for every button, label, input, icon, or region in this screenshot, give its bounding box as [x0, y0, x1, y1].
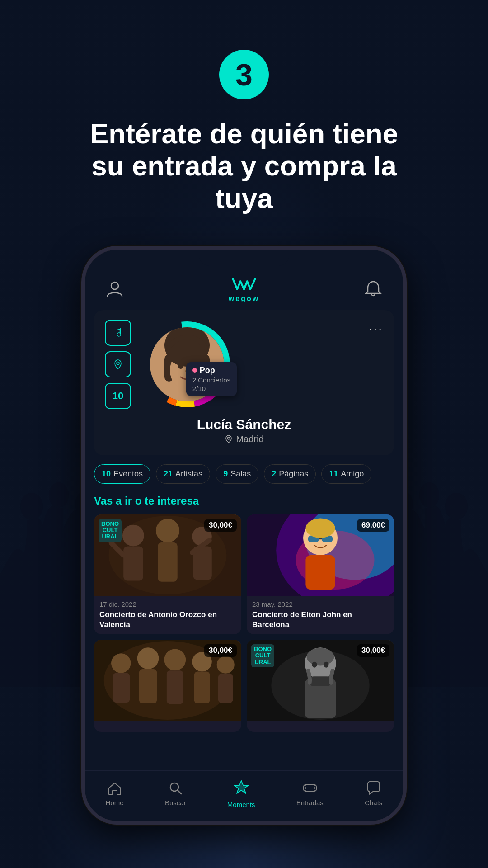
profile-location: Madrid [105, 434, 383, 444]
event-info-2: 23 may. 2022 Concierto de Elton John en … [247, 596, 394, 634]
nav-search-label: Buscar [165, 799, 186, 807]
nav-tickets-label: Entradas [296, 799, 324, 807]
bottom-nav: Home Buscar Moments [85, 770, 403, 821]
svg-rect-67 [310, 676, 331, 686]
svg-point-68 [307, 648, 334, 665]
nav-tickets[interactable]: Entradas [296, 780, 324, 807]
wegow-logo: wegow [229, 275, 259, 303]
pop-genre-tooltip: Pop 2 Conciertos 2/10 [186, 362, 237, 396]
home-icon [107, 780, 123, 796]
svg-point-53 [111, 653, 131, 673]
svg-rect-62 [218, 674, 233, 703]
event-card-4[interactable]: BONOCULTURAL 30,00€ [247, 640, 394, 732]
price-badge-2: 69,00€ [357, 519, 389, 532]
svg-point-49 [305, 518, 335, 538]
nav-moments[interactable]: Moments [227, 778, 255, 808]
svg-point-30 [228, 437, 230, 439]
svg-rect-73 [304, 785, 316, 791]
tab-eventos[interactable]: 10 Eventos [94, 464, 150, 484]
price-badge-4: 30,00€ [357, 644, 389, 657]
tab-paginas[interactable]: 2 Páginas [264, 464, 316, 484]
location-icon-box [105, 351, 131, 377]
event-card-1[interactable]: BONOCULTURAL 30,00€ 17 dic. 2022 Concier… [94, 514, 241, 634]
price-badge-3: 30,00€ [204, 644, 237, 657]
nav-chats[interactable]: Chats [365, 780, 382, 807]
tab-artistas[interactable]: 21 Artistas [156, 464, 210, 484]
event-date-1: 17 dic. 2022 [99, 600, 236, 608]
search-icon [167, 780, 183, 796]
location-pin-icon [224, 434, 233, 443]
event-info-3 [94, 721, 241, 732]
svg-point-57 [164, 649, 186, 671]
event-image-2: 69,00€ [247, 514, 394, 596]
step-number: 3 [235, 57, 253, 92]
nav-chats-label: Chats [365, 799, 382, 807]
svg-point-61 [217, 656, 235, 674]
event-info-1: 17 dic. 2022 Concierto de Antonio Orozco… [94, 596, 241, 634]
pop-genre-label: Pop [200, 366, 215, 375]
headline: Entérate de quién tiene su entrada y com… [59, 118, 429, 214]
number-icon-box: 10 [105, 383, 131, 409]
user-avatar[interactable]: Pop 2 Conciertos 2/10 [142, 319, 232, 410]
nav-home-label: Home [106, 799, 124, 807]
svg-rect-58 [167, 670, 183, 704]
event-image-1: BONOCULTURAL 30,00€ [94, 514, 241, 596]
phone-screen: wegow ... [85, 250, 403, 821]
step-badge: 3 [219, 50, 269, 99]
svg-rect-50 [305, 555, 335, 590]
tab-salas[interactable]: 9 Salas [216, 464, 258, 484]
svg-rect-34 [123, 546, 143, 580]
event-card-3[interactable]: 30,00€ [94, 640, 241, 732]
phone-notch [199, 250, 289, 266]
moments-icon [231, 778, 251, 798]
nav-home[interactable]: Home [106, 780, 124, 807]
event-image-4: BONOCULTURAL 30,00€ [247, 640, 394, 721]
stats-tabs: 10 Eventos 21 Artistas 9 Salas 2 Páginas… [94, 464, 394, 484]
headline-line1: Entérate de quién tiene [90, 118, 398, 149]
svg-rect-54 [113, 673, 130, 703]
more-options-btn[interactable]: ... [369, 319, 383, 334]
profile-section: ... [94, 310, 394, 455]
event-name-1: Concierto de Antonio Orozco en Valencia [99, 610, 236, 630]
svg-point-70 [324, 662, 329, 668]
svg-point-69 [312, 662, 317, 668]
headline-line2: su entrada y compra la tuya [91, 150, 396, 213]
profile-icon-btn[interactable] [103, 277, 127, 301]
events-grid: BONOCULTURAL 30,00€ 17 dic. 2022 Concier… [94, 514, 394, 732]
nav-moments-label: Moments [227, 801, 255, 808]
svg-point-33 [122, 525, 144, 547]
pop-ratio: 2/10 [192, 385, 230, 392]
pop-concerts: 2 Conciertos [192, 376, 230, 384]
chats-icon [366, 780, 382, 796]
svg-rect-56 [139, 669, 157, 703]
tab-amigos[interactable]: 11 Amigo [321, 464, 371, 484]
music-icon-box [105, 320, 131, 346]
profile-number: 10 [113, 390, 123, 402]
svg-point-16 [111, 282, 118, 289]
profile-main: 10 [105, 319, 383, 410]
notification-btn[interactable] [361, 277, 385, 301]
svg-rect-60 [194, 672, 210, 704]
event-image-3: 30,00€ [94, 640, 241, 721]
svg-rect-36 [158, 542, 177, 582]
event-date-2: 23 may. 2022 [252, 600, 389, 608]
price-badge-1: 30,00€ [204, 519, 237, 532]
profile-left-icons: 10 [105, 320, 131, 409]
event-card-2[interactable]: 69,00€ 23 may. 2022 Concierto de Elton J… [247, 514, 394, 634]
svg-point-55 [137, 647, 159, 669]
nav-search[interactable]: Buscar [165, 780, 186, 807]
location-text: Madrid [236, 434, 263, 444]
profile-name: Lucía Sánchez [105, 417, 383, 432]
profile-info: Lucía Sánchez Madrid [105, 417, 383, 444]
tickets-icon [302, 780, 318, 796]
events-section-title: Vas a ir o te interesa [94, 495, 394, 507]
bono-badge-1: BONOCULTURAL [99, 519, 122, 542]
pop-dot [192, 368, 197, 373]
phone-mockup: wegow ... [81, 246, 407, 825]
svg-point-17 [117, 362, 119, 364]
wegow-text: wegow [229, 295, 259, 303]
svg-point-35 [156, 519, 179, 542]
wegow-logo-icon [230, 275, 258, 297]
svg-line-72 [178, 790, 181, 794]
event-info-4 [247, 721, 394, 732]
